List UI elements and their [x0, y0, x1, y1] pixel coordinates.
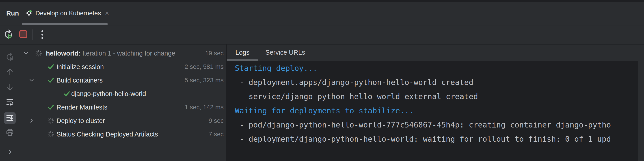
- task-duration: 1 sec, 142 ms: [185, 101, 224, 114]
- tab-title: Develop on Kubernetes: [36, 10, 101, 17]
- check-icon: [47, 63, 55, 71]
- chevron-down-icon[interactable]: [29, 77, 34, 83]
- task-label: Status Checking Deployed Artifacts: [56, 127, 158, 141]
- expand-chevron-icon[interactable]: [6, 147, 14, 156]
- tree-row-helloworld[interactable]: helloworld: Iteration 1 - watching for c…: [20, 47, 226, 60]
- stop-button[interactable]: [19, 30, 27, 38]
- soft-wrap-icon[interactable]: [6, 98, 14, 106]
- console-left-toolbar: [0, 45, 19, 161]
- tree-row-django-python-hello-world[interactable]: django-python-hello-world: [20, 87, 226, 101]
- check-icon: [63, 90, 70, 98]
- spinner-icon: [47, 117, 55, 125]
- log-line: - pod/django-python-hello-world-777c5468…: [227, 118, 638, 132]
- skaffold-running-icon: [26, 10, 32, 17]
- task-label: helloworld: Iteration 1 - watching for c…: [46, 47, 175, 60]
- chevron-right-icon[interactable]: [29, 118, 34, 124]
- log-line: Starting deploy...: [227, 61, 638, 75]
- tree-row-build-containers[interactable]: Build containers 5 sec, 323 ms: [20, 73, 226, 87]
- tree-row-deploy-to-cluster[interactable]: Deploy to cluster 9 sec: [20, 114, 226, 127]
- task-duration: 7 sec: [208, 127, 224, 141]
- task-duration: 19 sec: [205, 47, 224, 60]
- toolbar-divider: [32, 29, 33, 40]
- task-label: Render Manifests: [56, 101, 107, 114]
- task-duration: 2 sec, 581 ms: [185, 60, 224, 73]
- tab-logs[interactable]: Logs: [227, 45, 258, 61]
- deploy-task-tree: helloworld: Iteration 1 - watching for c…: [20, 45, 226, 161]
- task-label: Deploy to cluster: [56, 114, 105, 127]
- rerun-button[interactable]: [4, 29, 13, 40]
- tree-row-initialize-session[interactable]: Initialize session 2 sec, 581 ms: [20, 60, 226, 73]
- check-icon: [47, 76, 55, 84]
- task-duration: 9 sec: [208, 114, 224, 127]
- log-line: - deployment/django-python-hello-world: …: [227, 132, 638, 146]
- spinner-icon: [47, 130, 55, 138]
- print-icon[interactable]: [6, 128, 14, 136]
- close-icon[interactable]: ×: [104, 10, 110, 17]
- check-icon: [47, 103, 55, 111]
- run-toolbar: [0, 25, 644, 44]
- log-line: - deployment.apps/django-python-hello-wo…: [227, 75, 638, 90]
- active-tab-underline: [22, 23, 108, 25]
- task-label: django-python-hello-world: [71, 87, 146, 101]
- task-label: Initialize session: [56, 60, 104, 73]
- chevron-down-icon[interactable]: [23, 50, 29, 56]
- task-duration: 5 sec, 323 ms: [185, 73, 224, 87]
- log-console[interactable]: Starting deploy... - deployment.apps/dja…: [227, 61, 638, 161]
- tab-develop-on-kubernetes[interactable]: Develop on Kubernetes ×: [22, 2, 108, 25]
- tool-window-title: Run: [6, 2, 19, 25]
- run-tool-window: Run Develop on Kubernetes ×: [0, 0, 644, 161]
- window-top-strip: [0, 0, 644, 2]
- scroll-to-end-icon[interactable]: [4, 112, 16, 124]
- logs-active-tab-underline: [227, 59, 258, 61]
- log-line: Waiting for deployments to stabilize...: [227, 104, 638, 118]
- tree-row-render-manifests[interactable]: Render Manifests 1 sec, 142 ms: [20, 101, 226, 114]
- tab-service-urls[interactable]: Service URLs: [258, 45, 312, 61]
- logs-tab-bar: Logs Service URLs: [227, 45, 644, 61]
- next-occurrence-icon[interactable]: [6, 83, 14, 92]
- content-area: helloworld: Iteration 1 - watching for c…: [0, 45, 644, 161]
- rerun-icon[interactable]: [6, 53, 14, 62]
- task-label: Build containers: [56, 73, 103, 87]
- more-options-button[interactable]: [40, 29, 45, 40]
- spinner-icon: [35, 49, 42, 57]
- previous-occurrence-icon[interactable]: [6, 68, 14, 76]
- log-line: - service/django-python-hello-world-exte…: [227, 90, 638, 104]
- tree-row-status-checking[interactable]: Status Checking Deployed Artifacts 7 sec: [20, 127, 226, 141]
